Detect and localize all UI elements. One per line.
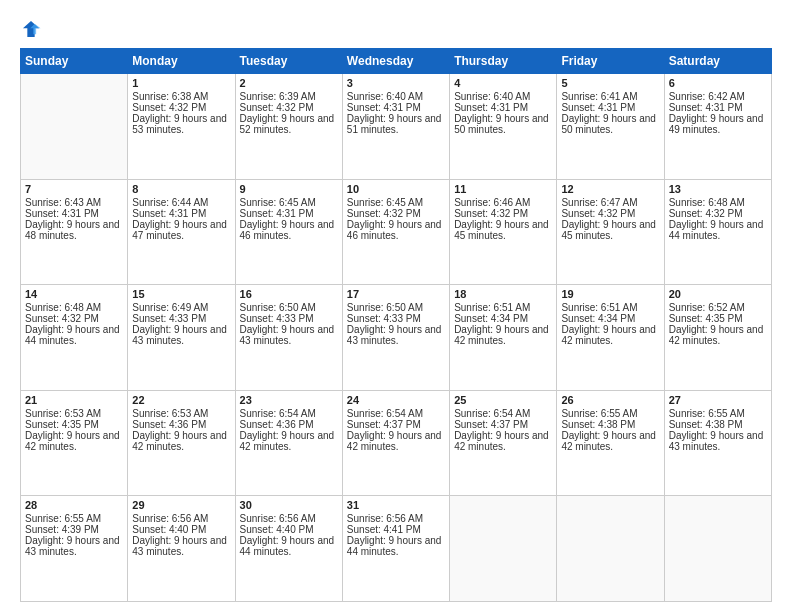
sunset-text: Sunset: 4:32 PM	[347, 208, 445, 219]
sunrise-text: Sunrise: 6:41 AM	[561, 91, 659, 102]
daylight-text: Daylight: 9 hours and 46 minutes.	[240, 219, 338, 241]
calendar-cell: 28Sunrise: 6:55 AMSunset: 4:39 PMDayligh…	[21, 496, 128, 602]
day-number: 30	[240, 499, 338, 511]
sunrise-text: Sunrise: 6:51 AM	[561, 302, 659, 313]
calendar-cell: 15Sunrise: 6:49 AMSunset: 4:33 PMDayligh…	[128, 285, 235, 391]
day-header-saturday: Saturday	[664, 49, 771, 74]
calendar-table: SundayMondayTuesdayWednesdayThursdayFrid…	[20, 48, 772, 602]
header	[20, 18, 772, 40]
sunrise-text: Sunrise: 6:55 AM	[669, 408, 767, 419]
sunrise-text: Sunrise: 6:50 AM	[347, 302, 445, 313]
calendar-cell: 31Sunrise: 6:56 AMSunset: 4:41 PMDayligh…	[342, 496, 449, 602]
day-number: 25	[454, 394, 552, 406]
logo	[20, 18, 46, 40]
calendar-week-1: 1Sunrise: 6:38 AMSunset: 4:32 PMDaylight…	[21, 74, 772, 180]
sunset-text: Sunset: 4:31 PM	[240, 208, 338, 219]
day-header-thursday: Thursday	[450, 49, 557, 74]
svg-marker-0	[23, 21, 39, 37]
sunset-text: Sunset: 4:31 PM	[669, 102, 767, 113]
daylight-text: Daylight: 9 hours and 43 minutes.	[132, 535, 230, 557]
sunrise-text: Sunrise: 6:48 AM	[25, 302, 123, 313]
calendar-cell: 13Sunrise: 6:48 AMSunset: 4:32 PMDayligh…	[664, 179, 771, 285]
calendar-cell: 29Sunrise: 6:56 AMSunset: 4:40 PMDayligh…	[128, 496, 235, 602]
calendar-cell: 7Sunrise: 6:43 AMSunset: 4:31 PMDaylight…	[21, 179, 128, 285]
sunset-text: Sunset: 4:33 PM	[132, 313, 230, 324]
sunrise-text: Sunrise: 6:40 AM	[347, 91, 445, 102]
sunset-text: Sunset: 4:33 PM	[240, 313, 338, 324]
day-number: 9	[240, 183, 338, 195]
sunrise-text: Sunrise: 6:55 AM	[561, 408, 659, 419]
logo-icon	[20, 18, 42, 40]
day-number: 24	[347, 394, 445, 406]
sunrise-text: Sunrise: 6:51 AM	[454, 302, 552, 313]
calendar-cell: 8Sunrise: 6:44 AMSunset: 4:31 PMDaylight…	[128, 179, 235, 285]
day-number: 3	[347, 77, 445, 89]
calendar-week-4: 21Sunrise: 6:53 AMSunset: 4:35 PMDayligh…	[21, 390, 772, 496]
sunset-text: Sunset: 4:33 PM	[347, 313, 445, 324]
sunrise-text: Sunrise: 6:43 AM	[25, 197, 123, 208]
calendar-cell: 6Sunrise: 6:42 AMSunset: 4:31 PMDaylight…	[664, 74, 771, 180]
day-number: 26	[561, 394, 659, 406]
daylight-text: Daylight: 9 hours and 48 minutes.	[25, 219, 123, 241]
calendar-week-3: 14Sunrise: 6:48 AMSunset: 4:32 PMDayligh…	[21, 285, 772, 391]
daylight-text: Daylight: 9 hours and 42 minutes.	[561, 324, 659, 346]
day-number: 20	[669, 288, 767, 300]
daylight-text: Daylight: 9 hours and 42 minutes.	[25, 430, 123, 452]
daylight-text: Daylight: 9 hours and 50 minutes.	[561, 113, 659, 135]
calendar-cell: 19Sunrise: 6:51 AMSunset: 4:34 PMDayligh…	[557, 285, 664, 391]
sunset-text: Sunset: 4:40 PM	[132, 524, 230, 535]
day-number: 11	[454, 183, 552, 195]
sunset-text: Sunset: 4:38 PM	[561, 419, 659, 430]
day-number: 12	[561, 183, 659, 195]
calendar-cell: 18Sunrise: 6:51 AMSunset: 4:34 PMDayligh…	[450, 285, 557, 391]
calendar-cell: 16Sunrise: 6:50 AMSunset: 4:33 PMDayligh…	[235, 285, 342, 391]
day-number: 7	[25, 183, 123, 195]
sunrise-text: Sunrise: 6:40 AM	[454, 91, 552, 102]
daylight-text: Daylight: 9 hours and 52 minutes.	[240, 113, 338, 135]
sunrise-text: Sunrise: 6:46 AM	[454, 197, 552, 208]
day-number: 15	[132, 288, 230, 300]
calendar-cell: 17Sunrise: 6:50 AMSunset: 4:33 PMDayligh…	[342, 285, 449, 391]
calendar-cell	[664, 496, 771, 602]
calendar-cell: 10Sunrise: 6:45 AMSunset: 4:32 PMDayligh…	[342, 179, 449, 285]
day-header-friday: Friday	[557, 49, 664, 74]
calendar-cell: 5Sunrise: 6:41 AMSunset: 4:31 PMDaylight…	[557, 74, 664, 180]
daylight-text: Daylight: 9 hours and 43 minutes.	[240, 324, 338, 346]
sunrise-text: Sunrise: 6:45 AM	[347, 197, 445, 208]
sunrise-text: Sunrise: 6:39 AM	[240, 91, 338, 102]
sunset-text: Sunset: 4:37 PM	[347, 419, 445, 430]
sunset-text: Sunset: 4:32 PM	[561, 208, 659, 219]
calendar-cell: 1Sunrise: 6:38 AMSunset: 4:32 PMDaylight…	[128, 74, 235, 180]
calendar-cell: 2Sunrise: 6:39 AMSunset: 4:32 PMDaylight…	[235, 74, 342, 180]
sunrise-text: Sunrise: 6:54 AM	[347, 408, 445, 419]
daylight-text: Daylight: 9 hours and 51 minutes.	[347, 113, 445, 135]
daylight-text: Daylight: 9 hours and 43 minutes.	[347, 324, 445, 346]
calendar-week-2: 7Sunrise: 6:43 AMSunset: 4:31 PMDaylight…	[21, 179, 772, 285]
calendar-cell: 26Sunrise: 6:55 AMSunset: 4:38 PMDayligh…	[557, 390, 664, 496]
daylight-text: Daylight: 9 hours and 42 minutes.	[454, 430, 552, 452]
sunset-text: Sunset: 4:40 PM	[240, 524, 338, 535]
daylight-text: Daylight: 9 hours and 43 minutes.	[132, 324, 230, 346]
calendar-cell: 20Sunrise: 6:52 AMSunset: 4:35 PMDayligh…	[664, 285, 771, 391]
daylight-text: Daylight: 9 hours and 44 minutes.	[347, 535, 445, 557]
calendar-cell: 22Sunrise: 6:53 AMSunset: 4:36 PMDayligh…	[128, 390, 235, 496]
sunset-text: Sunset: 4:31 PM	[25, 208, 123, 219]
sunset-text: Sunset: 4:31 PM	[132, 208, 230, 219]
day-number: 18	[454, 288, 552, 300]
day-number: 29	[132, 499, 230, 511]
sunset-text: Sunset: 4:36 PM	[132, 419, 230, 430]
daylight-text: Daylight: 9 hours and 42 minutes.	[347, 430, 445, 452]
day-number: 27	[669, 394, 767, 406]
day-number: 14	[25, 288, 123, 300]
sunset-text: Sunset: 4:32 PM	[240, 102, 338, 113]
sunset-text: Sunset: 4:36 PM	[240, 419, 338, 430]
day-number: 6	[669, 77, 767, 89]
sunrise-text: Sunrise: 6:53 AM	[25, 408, 123, 419]
daylight-text: Daylight: 9 hours and 44 minutes.	[240, 535, 338, 557]
sunset-text: Sunset: 4:38 PM	[669, 419, 767, 430]
calendar-week-5: 28Sunrise: 6:55 AMSunset: 4:39 PMDayligh…	[21, 496, 772, 602]
sunset-text: Sunset: 4:31 PM	[347, 102, 445, 113]
day-header-tuesday: Tuesday	[235, 49, 342, 74]
sunrise-text: Sunrise: 6:50 AM	[240, 302, 338, 313]
sunrise-text: Sunrise: 6:42 AM	[669, 91, 767, 102]
